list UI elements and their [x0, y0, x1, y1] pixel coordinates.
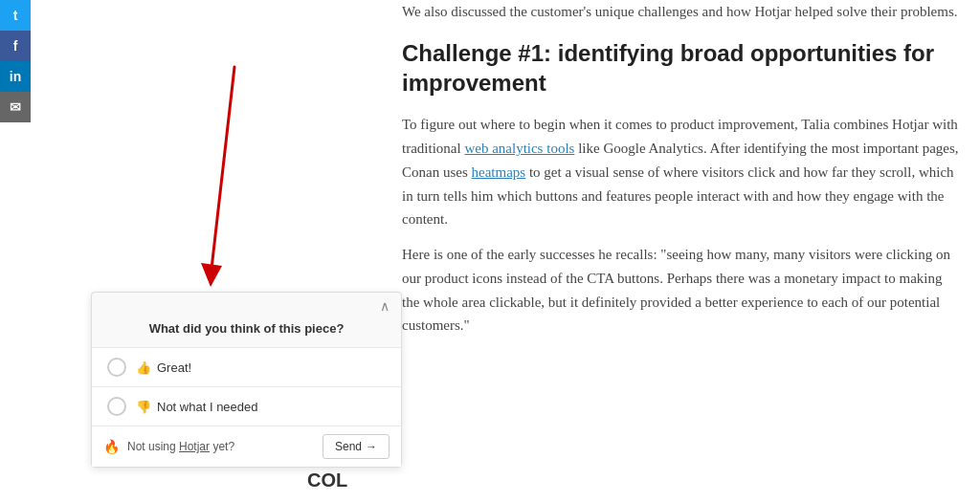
thumbs-down-icon: 👎 — [136, 400, 151, 414]
thumbs-up-icon: 👍 — [136, 360, 151, 375]
email-share-button[interactable]: ✉ — [0, 92, 31, 122]
svg-marker-1 — [201, 263, 222, 287]
web-analytics-link[interactable]: web analytics tools — [464, 141, 574, 156]
survey-radio-not-needed — [107, 397, 126, 416]
article-content: We also discussed the customer's unique … — [383, 0, 980, 502]
footer-text-after: yet? — [210, 440, 234, 453]
arrow-annotation — [182, 57, 258, 306]
survey-option-not-needed-text: 👎 Not what I needed — [136, 400, 258, 414]
survey-widget: ∧ What did you think of this piece? 👍 Gr… — [91, 292, 402, 468]
hotjar-flame-icon: 🔥 — [103, 439, 120, 454]
svg-line-0 — [211, 67, 234, 277]
survey-option-great-text: 👍 Great! — [136, 360, 191, 375]
social-sidebar: t f in ✉ — [0, 0, 31, 122]
heatmaps-link[interactable]: heatmaps — [472, 164, 526, 180]
hotjar-link[interactable]: Hotjar — [179, 440, 210, 453]
col-label: COL — [307, 469, 347, 491]
email-icon: ✉ — [10, 99, 21, 115]
facebook-share-button[interactable]: f — [0, 31, 31, 61]
survey-question: What did you think of this piece? — [92, 316, 401, 347]
survey-option-not-needed[interactable]: 👎 Not what I needed — [92, 386, 401, 426]
facebook-icon: f — [13, 38, 18, 54]
article-intro: We also discussed the customer's unique … — [402, 0, 961, 23]
send-arrow-icon: → — [366, 440, 377, 453]
survey-header: ∧ — [92, 293, 401, 316]
survey-radio-great — [107, 358, 126, 377]
linkedin-icon: in — [10, 69, 21, 84]
survey-footer-text: Not using Hotjar yet? — [127, 440, 315, 453]
survey-option-great[interactable]: 👍 Great! — [92, 347, 401, 386]
article-body-1: To figure out where to begin when it com… — [402, 113, 961, 231]
twitter-share-button[interactable]: t — [0, 0, 31, 31]
twitter-icon: t — [13, 8, 18, 23]
article-heading: Challenge #1: identifying broad opportun… — [402, 38, 961, 98]
article-quote: Here is one of the early successes he re… — [402, 243, 961, 338]
survey-send-button[interactable]: Send → — [323, 434, 390, 459]
survey-footer: 🔥 Not using Hotjar yet? Send → — [92, 426, 401, 467]
footer-text-before: Not using — [127, 440, 179, 453]
send-label: Send — [335, 440, 362, 453]
linkedin-share-button[interactable]: in — [0, 61, 31, 92]
